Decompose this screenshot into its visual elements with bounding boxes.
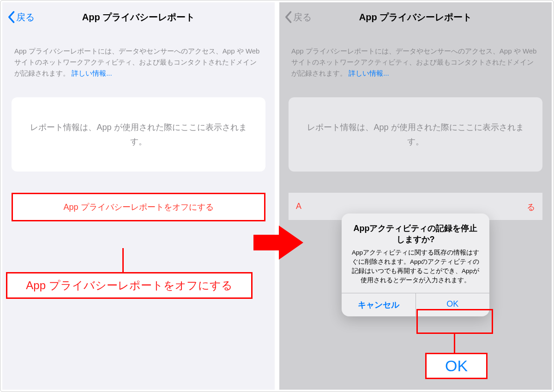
learn-more-link[interactable]: 詳しい情報... bbox=[72, 69, 112, 77]
turn-off-button[interactable]: App プライバシーレポートをオフにする bbox=[12, 193, 265, 221]
confirm-alert: Appアクティビティの記録を停止しますか? Appアクティビティに関する既存の情… bbox=[342, 214, 489, 316]
report-placeholder-text: レポート情報は、App が使用された際にここに表示されます。 bbox=[30, 123, 247, 146]
alert-cancel-label: キャンセル bbox=[358, 300, 399, 309]
navbar: 戻る App プライバシーレポート bbox=[279, 2, 552, 32]
back-label: 戻る bbox=[16, 11, 35, 24]
left-screen: 戻る App プライバシーレポート App プライバシーレポートには、データやセ… bbox=[2, 2, 275, 390]
description-body: App プライバシーレポートには、データやセンサーへのアクセス、App や We… bbox=[291, 47, 536, 77]
back-button[interactable]: 戻る bbox=[7, 11, 35, 24]
report-placeholder-text: レポート情報は、App が使用された際にここに表示されます。 bbox=[307, 123, 524, 146]
learn-more-link[interactable]: 詳しい情報... bbox=[349, 69, 389, 77]
description-body: App プライバシーレポートには、データやセンサーへのアクセス、App や We… bbox=[14, 47, 259, 77]
right-screen: 戻る App プライバシーレポート App プライバシーレポートには、データやセ… bbox=[279, 2, 552, 390]
alert-title: Appアクティビティの記録を停止しますか? bbox=[350, 223, 481, 245]
alert-ok-button[interactable]: OK bbox=[416, 293, 490, 316]
page-title: App プライバシーレポート bbox=[359, 11, 472, 24]
report-placeholder-card: レポート情報は、App が使用された際にここに表示されます。 bbox=[289, 97, 542, 172]
chevron-left-icon bbox=[7, 11, 15, 24]
alert-body: Appアクティビティの記録を停止しますか? Appアクティビティに関する既存の情… bbox=[342, 214, 489, 293]
alert-button-row: キャンセル OK bbox=[342, 293, 489, 316]
chevron-left-icon bbox=[284, 11, 292, 24]
annotation-connector bbox=[122, 248, 124, 273]
annotation-callout-ok: OK bbox=[425, 353, 488, 379]
page-title: App プライバシーレポート bbox=[82, 11, 195, 24]
navbar: 戻る App プライバシーレポート bbox=[2, 2, 275, 32]
annotation-callout-turn-off: App プライバシーレポートをオフにする bbox=[6, 272, 253, 299]
alert-ok-label: OK bbox=[446, 299, 458, 309]
annotation-callout-ok-text: OK bbox=[445, 357, 468, 374]
annotation-callout-text: App プライバシーレポートをオフにする bbox=[26, 279, 232, 291]
off-button-fragment-left: A bbox=[296, 202, 301, 211]
alert-message: Appアクティビティに関する既存の情報はすぐに削除されます。Appのアクティビテ… bbox=[350, 248, 481, 285]
off-button-fragment-right: る bbox=[527, 202, 535, 213]
description-text: App プライバシーレポートには、データやセンサーへのアクセス、App や We… bbox=[2, 32, 275, 79]
back-button[interactable]: 戻る bbox=[284, 11, 312, 24]
back-label: 戻る bbox=[293, 11, 312, 24]
alert-cancel-button[interactable]: キャンセル bbox=[342, 293, 416, 316]
description-text: App プライバシーレポートには、データやセンサーへのアクセス、App や We… bbox=[279, 32, 552, 79]
annotation-connector-ok bbox=[454, 334, 455, 353]
report-placeholder-card: レポート情報は、App が使用された際にここに表示されます。 bbox=[12, 97, 265, 172]
turn-off-button-label: App プライバシーレポートをオフにする bbox=[63, 202, 213, 212]
